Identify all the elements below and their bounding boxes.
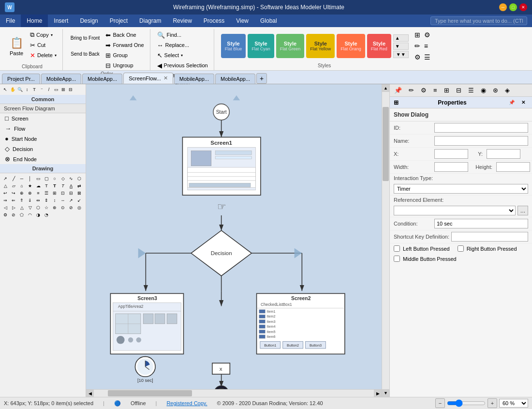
draw-ban[interactable]: ⊘ [10,212,17,218]
props-y-input[interactable] [487,149,520,159]
props-x-input[interactable] [434,149,468,159]
draw-tri[interactable]: △ [2,182,9,189]
draw-texti[interactable]: T [59,182,66,189]
style-flat-cyan[interactable]: Style Flat Cyan [248,34,274,58]
draw-vline[interactable]: │ [27,175,33,182]
tab-mobile4[interactable]: MobileApp... [174,74,214,84]
zoom-out-button[interactable]: − [435,398,445,408]
minimize-button[interactable]: ─ [499,3,507,11]
cut-button[interactable]: ✂ Cut [28,40,59,50]
draw-pent[interactable]: ⬠ [18,212,25,218]
draw-misc8[interactable]: ⊞ [51,190,58,197]
draw-arrow3[interactable]: ⇐ [10,197,17,204]
find-button[interactable]: 🔍 Find... [155,30,210,40]
draw-arrow10[interactable]: ↗ [68,197,74,204]
select-button[interactable]: ↖ Select ▾ [155,50,210,60]
style-flat-red[interactable]: Style Flat Red [367,34,391,58]
panel-start-node-item[interactable]: ● Start Node [0,134,86,144]
menu-design[interactable]: Design [74,15,103,27]
zoom-dropdown[interactable]: 60 % 100 % [499,399,528,408]
rp-tool-3[interactable]: ⚙ [418,86,429,95]
draw-arrow6[interactable]: ⇔ [35,197,42,204]
delete-button[interactable]: ✕ Delete ▾ [28,50,59,60]
rp-tool-1[interactable]: 📌 [391,86,405,95]
hscroll-track[interactable] [94,390,374,397]
zoom-slider[interactable] [447,399,486,407]
draw-star[interactable]: ★ [27,182,33,189]
rp-tool-2[interactable]: ✏ [406,86,417,95]
zoom-in-button[interactable]: + [488,398,497,408]
props-id-input[interactable] [434,123,528,133]
draw-misc7[interactable]: ☰ [43,190,50,197]
draw-misc3[interactable]: ↪ [10,190,17,197]
text-tool[interactable]: T [31,86,38,93]
draw-half[interactable]: ◑ [35,212,42,218]
draw-shape3[interactable]: △ [18,204,25,211]
props-pin[interactable]: 📌 [506,99,517,106]
draw-arrow7[interactable]: ⇕ [43,197,50,204]
props-width-input[interactable] [434,162,468,172]
draw-rrect[interactable]: ▢ [43,175,50,182]
tab-add-button[interactable]: + [256,73,267,84]
pointer-tool[interactable]: ↕ [24,86,30,93]
status-registered[interactable]: Registered Copy. [166,400,207,406]
props-ref-select[interactable] [394,206,516,215]
vscroll-down[interactable]: ▼ [382,389,389,397]
rp-tool-10[interactable]: ◈ [502,86,513,95]
props-name-input[interactable] [434,136,528,146]
panel-screen-item[interactable]: □ Screen [0,113,86,123]
menu-home[interactable]: Home [21,15,48,27]
draw-misc2[interactable]: ↩ [2,190,9,197]
tab-mobile5[interactable]: MobileApp... [215,74,255,84]
right-button-checkbox[interactable] [458,245,464,252]
vscroll-thumb[interactable] [383,107,389,182]
group-button[interactable]: ⊞ Group [103,50,146,60]
draw-shape6[interactable]: ☆ [43,204,50,211]
vscroll-track[interactable] [382,92,389,389]
left-button-checkbox[interactable] [394,245,400,252]
rect-select-tool[interactable]: ▭ [53,86,59,93]
draw-rect[interactable]: ▭ [35,175,42,182]
styles-scroll-up[interactable]: ▲ [393,34,409,42]
rp-tool-5[interactable]: ⊞ [441,86,452,95]
menu-process[interactable]: Process [198,15,230,27]
menu-review[interactable]: Review [167,15,197,27]
draw-cloud[interactable]: ☁ [35,182,42,189]
paste-button[interactable]: 📋 Paste [6,30,27,63]
back-one-button[interactable]: ⬅ Back One [103,30,146,40]
tab-screenflow[interactable]: ScreenFlow... ✕ [123,73,173,84]
draw-misc10[interactable]: ⊟ [68,190,74,197]
menu-file[interactable]: File [0,15,21,27]
bring-to-front-button[interactable]: Bring to Front [68,30,103,45]
vscroll-up[interactable]: ▲ [382,84,389,92]
draw-shape7[interactable]: ⊛ [51,204,58,211]
ungroup-button[interactable]: ⊟ Ungroup [103,61,146,70]
panel-flow-item[interactable]: → Flow [0,123,86,134]
draw-shape9[interactable]: ⊘ [68,204,74,211]
draw-arrow4[interactable]: ⇑ [18,197,25,204]
style-flat-orange[interactable]: Style Flat Orang [337,34,365,58]
draw-arrow5[interactable]: ⇓ [27,197,33,204]
draw-pie[interactable]: ◔ [43,212,50,218]
draw-arc[interactable]: ◠ [27,212,33,218]
draw-para[interactable]: ▱ [10,182,17,189]
rp-tool-9[interactable]: ⊛ [490,86,501,95]
draw-text[interactable]: T [43,182,50,189]
draw-arrow[interactable]: ↗ [2,175,9,182]
grid-tool[interactable]: ⊞ [60,86,67,93]
props-interaction-select[interactable]: Timer [394,184,528,194]
toolbar-icon-2[interactable]: ✏ [414,41,422,51]
draw-gear[interactable]: ⚙ [2,212,9,218]
toolbar-icon-4[interactable]: ⚙ [423,30,430,40]
zoom-tool[interactable]: 🔍 [16,86,23,93]
middle-button-checkbox[interactable] [394,256,400,262]
copy-button[interactable]: ⧉ Copy ▾ [28,30,59,40]
draw-shape8[interactable]: ⊙ [59,204,66,211]
draw-misc11[interactable]: ⊠ [76,190,83,197]
toolbar-icon-1[interactable]: ⊞ [414,30,422,40]
previous-selection-button[interactable]: ◀ Previous Selection [155,61,210,70]
style-flat-blue[interactable]: Style Flat Blue [221,34,246,58]
tab-project[interactable]: Project Pr... [2,74,40,84]
draw-trap[interactable]: ⌂ [18,182,25,189]
draw-arrow2[interactable]: ⇒ [2,197,9,204]
